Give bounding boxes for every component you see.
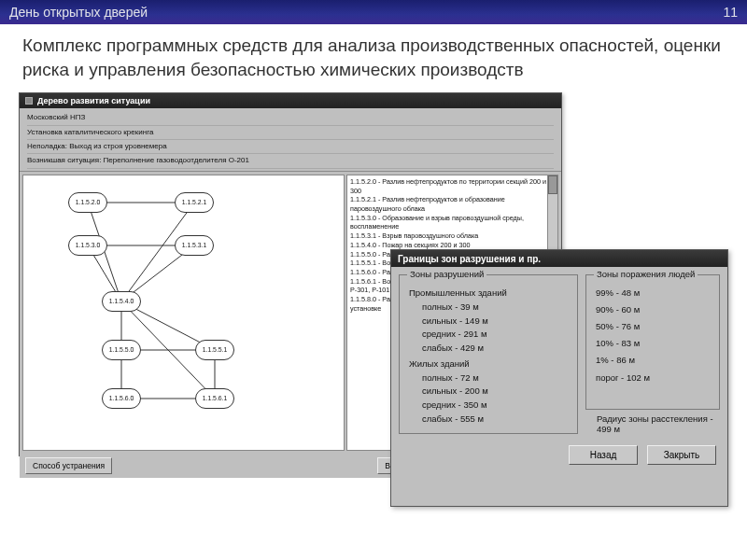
list-item[interactable]: 1.1.5.2.1 - Разлив нефтепродуктов и обра… [350,195,555,213]
zones-body: Зоны разрушений Промышленных зданий полн… [391,267,727,438]
info-fault: Неполадка: Выход из строя уровнемера [27,140,554,154]
info-unit: Установка каталитического крекинга [27,126,554,140]
graph-node[interactable]: 1.1.5.5.1 [195,340,234,360]
back-button[interactable]: Назад [569,445,638,465]
graph-node[interactable]: 1.1.5.3.0 [68,235,107,256]
info-plant: Московский НПЗ [27,111,554,125]
value-row: сильных - 200 м [409,385,568,399]
close-button[interactable]: Закрыть [647,445,716,465]
graph-node[interactable]: 1.1.5.6.1 [195,388,234,409]
tree-info-panel: Московский НПЗ Установка каталитического… [20,108,561,172]
residential-header: Жилых зданий [409,357,568,371]
graph-node[interactable]: 1.1.5.6.0 [102,388,141,409]
value-row: средних - 350 м [409,399,568,413]
value-row: сильных - 149 м [409,315,568,329]
tree-window-titlebar[interactable]: Дерево развития ситуации [20,93,561,108]
glass-radius: Радиус зоны расстекления - 499 м [585,410,720,434]
fix-method-button[interactable]: Способ устранения [25,457,112,474]
list-item[interactable]: 1.1.5.2.0 - Разлив нефтепродуктов по тер… [350,177,555,195]
value-row: полных - 72 м [409,371,568,385]
graph-node[interactable]: 1.1.5.3.1 [175,235,214,256]
graph-node[interactable]: 1.1.5.4.0 [102,291,141,312]
tree-window-title: Дерево развития ситуации [37,96,150,105]
destruction-fieldset: Зоны разрушений Промышленных зданий полн… [399,274,578,434]
slide-number: 11 [723,5,738,20]
list-item[interactable]: 1.1.5.3.1 - Взрыв паровоздушного облака [350,231,555,241]
people-legend: Зоны поражения людей [594,269,698,279]
info-situation: Возникшая ситуация: Переполнение газовод… [27,154,554,168]
value-row: слабых - 555 м [409,413,568,427]
zones-window-titlebar[interactable]: Границы зон разрушения и пр. [391,250,727,267]
value-row: слабых - 429 м [409,342,568,356]
value-row: средних - 291 м [409,328,568,342]
graph-area[interactable]: 1.1.5.2.01.1.5.2.11.1.5.3.01.1.5.3.11.1.… [22,175,345,451]
graph-edges [23,175,344,450]
screenshot-canvas: Дерево развития ситуации Московский НПЗ … [0,92,747,531]
value-row: 1% - 86 м [596,352,710,369]
zones-button-bar: Назад Закрыть [391,438,727,474]
zones-window: Границы зон разрушения и пр. Зоны разруш… [390,249,728,507]
graph-node[interactable]: 1.1.5.5.0 [102,340,141,360]
page-heading: Комплекс программных средств для анализа… [0,24,747,92]
list-item[interactable]: 1.1.5.4.0 - Пожар на секциях 200 и 300 [350,241,555,250]
value-row: 10% - 83 м [596,335,710,352]
slide-topbar: День открытых дверей 11 [0,0,747,24]
slide-title: День открытых дверей [9,5,148,20]
people-fieldset: Зоны поражения людей 99% - 48 м90% - 60 … [585,274,720,410]
destruction-legend: Зоны разрушений [407,269,486,279]
list-item[interactable]: 1.1.5.3.0 - Образование и взрыв паровозд… [350,214,555,231]
window-icon [25,97,33,105]
value-row: порог - 102 м [596,370,710,386]
value-row: полных - 39 м [409,301,568,315]
value-row: 50% - 76 м [596,318,710,335]
graph-node[interactable]: 1.1.5.2.0 [68,192,107,213]
value-row: 90% - 60 м [596,301,710,318]
graph-node[interactable]: 1.1.5.2.1 [175,192,214,213]
industrial-header: Промышленных зданий [409,287,568,301]
value-row: 99% - 48 м [596,285,710,301]
zones-window-title: Границы зон разрушения и пр. [398,254,541,264]
